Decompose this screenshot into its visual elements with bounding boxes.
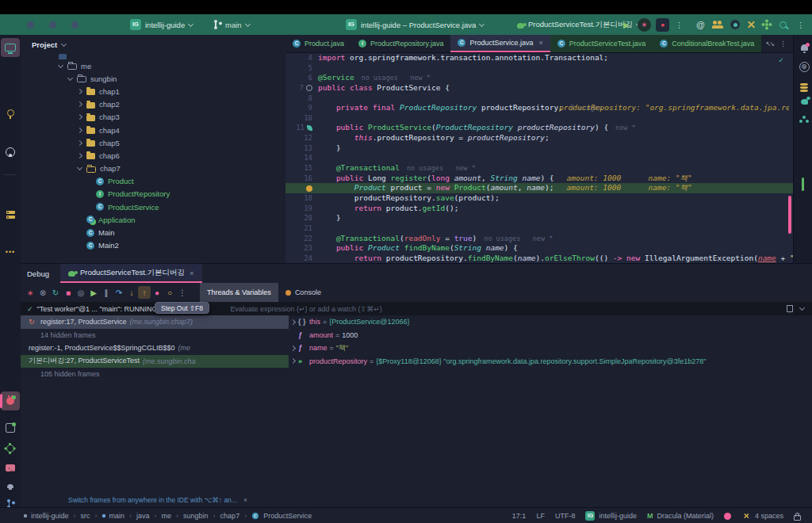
tree-item-clipped[interactable] bbox=[21, 54, 285, 59]
tree-item-sungbin[interactable]: sungbin bbox=[21, 72, 285, 85]
debug-tool-button[interactable] bbox=[1, 391, 20, 410]
code-line-9[interactable]: 9 private final ProductRepository produc… bbox=[285, 103, 793, 113]
breadcrumb-item-main[interactable]: main bbox=[102, 512, 125, 520]
code-line-14[interactable]: 14 bbox=[285, 153, 793, 163]
plugin-button[interactable] bbox=[762, 14, 772, 35]
stop-button[interactable]: ■ bbox=[656, 14, 669, 35]
code-line-7[interactable]: 7public class ProductService { bbox=[285, 83, 793, 94]
variable-row-amount[interactable]: ƒamount=1000 bbox=[289, 329, 812, 342]
structure-tool-button[interactable] bbox=[1, 203, 20, 222]
gutter[interactable]: 22 bbox=[285, 234, 318, 244]
stop-button[interactable]: ■ bbox=[62, 286, 75, 299]
chevron-right-icon[interactable] bbox=[77, 127, 82, 132]
gutter[interactable]: 7 bbox=[285, 83, 318, 94]
gutter[interactable]: 20 bbox=[285, 213, 318, 223]
code-line-15[interactable]: 15 @Transactionalno usages new * bbox=[285, 163, 793, 174]
project-widget[interactable]: IG intellij-guide bbox=[130, 14, 193, 35]
window-zoom-button[interactable] bbox=[71, 21, 79, 29]
code-line-10[interactable]: 10 bbox=[285, 113, 793, 124]
more-button[interactable]: ⋮ bbox=[176, 286, 189, 299]
tree-item-chap5[interactable]: chap5 bbox=[21, 136, 285, 149]
bookmark-icon[interactable] bbox=[787, 305, 793, 312]
tree-item-Application[interactable]: CApplication bbox=[21, 213, 285, 226]
window-close-button[interactable] bbox=[27, 21, 34, 29]
code-line-22[interactable]: 22 @Transactional(readOnly = true)no usa… bbox=[285, 234, 793, 244]
project-status-widget[interactable]: IG intellij-guide bbox=[585, 511, 637, 521]
editor-tab-ProductRepository.java[interactable]: IProductRepository.java bbox=[351, 35, 450, 52]
spring-leaf-icon[interactable] bbox=[307, 125, 312, 131]
run-configuration-widget[interactable]: ProductServiceTest.기본디버깅 bbox=[517, 14, 641, 35]
tree-item-me[interactable]: me bbox=[21, 59, 285, 72]
chevron-right-icon[interactable] bbox=[77, 153, 82, 158]
chevron-down-icon[interactable] bbox=[58, 63, 63, 68]
gutter[interactable]: 4 bbox=[285, 53, 318, 63]
editor-tab-ConditionalBreakTest.java[interactable]: CConditionalBreakTest.java bbox=[653, 35, 761, 52]
rerun-button[interactable]: ↻ bbox=[49, 286, 62, 299]
chevron-right-icon[interactable] bbox=[289, 358, 295, 364]
gutter[interactable]: 12 bbox=[285, 133, 318, 143]
code-line-19[interactable]: 19 return product.getId(); bbox=[285, 204, 793, 214]
gutter[interactable]: 6 bbox=[285, 73, 318, 83]
debugger-settings-button[interactable]: ∗ bbox=[24, 286, 36, 299]
branch-widget[interactable]: main bbox=[213, 14, 250, 35]
chevron-right-icon[interactable] bbox=[77, 140, 82, 146]
code-line-23[interactable]: 23 public Product findByName(String name… bbox=[285, 243, 793, 254]
gutter[interactable]: 24 bbox=[285, 254, 318, 264]
expand-icon[interactable]: ↖↘ bbox=[766, 40, 773, 48]
chevron-down-icon[interactable] bbox=[799, 305, 805, 311]
frame-row[interactable]: 14 hidden frames bbox=[21, 329, 289, 342]
accent-color-icon[interactable] bbox=[724, 513, 731, 520]
titlebar-more-button[interactable]: ⋮ bbox=[797, 14, 805, 35]
pause-button[interactable]: ∥ bbox=[100, 286, 113, 299]
code-line-24[interactable]: 24 return productRepository.findByName(n… bbox=[285, 254, 793, 264]
code-line-11[interactable]: 11 public ProductService(ProductReposito… bbox=[285, 123, 793, 133]
gutter[interactable] bbox=[285, 183, 318, 193]
code-with-me-button[interactable] bbox=[713, 14, 717, 35]
gutter[interactable]: 8 bbox=[285, 94, 318, 104]
gutter[interactable]: 21 bbox=[285, 223, 318, 234]
database-tool-button[interactable] bbox=[795, 74, 812, 94]
tree-item-chap2[interactable]: chap2 bbox=[21, 98, 285, 111]
view-tab-Threads & Variables[interactable]: Threads & Variables bbox=[200, 283, 278, 302]
chevron-down-icon[interactable] bbox=[77, 165, 82, 170]
ai-assistant-button[interactable]: @ bbox=[795, 57, 812, 76]
tree-item-ProductRepository[interactable]: IProductRepository bbox=[21, 188, 285, 200]
lock-icon[interactable] bbox=[794, 515, 801, 521]
code-line-12[interactable]: 12 this.productRepository = productRepos… bbox=[285, 133, 793, 143]
code-line-21[interactable]: 21 bbox=[285, 223, 793, 234]
code-line-16[interactable]: 16 public Long register(long amount, Str… bbox=[285, 174, 793, 184]
evaluate-expression-input[interactable]: Evaluate expression (↵) or add a watch (… bbox=[164, 305, 787, 313]
code-line-13[interactable]: 13 } bbox=[285, 143, 793, 154]
close-icon[interactable]: × bbox=[538, 39, 542, 47]
breadcrumb-item-src[interactable]: src bbox=[81, 512, 90, 520]
evaluate-button[interactable]: ○ bbox=[163, 286, 176, 299]
debug-button[interactable]: ∗ bbox=[638, 14, 651, 35]
execution-point-icon[interactable] bbox=[306, 185, 312, 192]
gutter[interactable]: 11 bbox=[285, 123, 318, 133]
build-button[interactable] bbox=[746, 14, 756, 35]
breadcrumb-item-java[interactable]: java bbox=[136, 512, 150, 520]
tree-item-chap3[interactable]: chap3 bbox=[21, 111, 285, 124]
gradle-tool-button[interactable] bbox=[1, 439, 20, 458]
chevron-right-icon[interactable] bbox=[77, 114, 82, 120]
gutter[interactable]: 10 bbox=[285, 113, 318, 124]
tree-item-Main2[interactable]: CMain2 bbox=[21, 239, 285, 252]
tree-item-chap7[interactable]: chap7 bbox=[21, 162, 285, 175]
frame-row[interactable]: ↻register:17, ProductService(me.sungbin.… bbox=[21, 315, 289, 329]
chevron-right-icon[interactable] bbox=[77, 101, 82, 107]
terminal-tool-button[interactable]: ›_ bbox=[1, 458, 20, 477]
variable-row-productRepository[interactable]: »productRepository={$Proxy118@12068} "or… bbox=[289, 355, 812, 368]
window-minimize-button[interactable] bbox=[49, 21, 56, 29]
frame-row[interactable]: 105 hidden frames bbox=[21, 368, 289, 381]
step-over-button[interactable]: ↷ bbox=[113, 286, 125, 299]
breadcrumb-item-me[interactable]: me bbox=[162, 512, 172, 520]
breadcrumb-item-ProductService[interactable]: CProductService bbox=[251, 512, 312, 520]
code-editor[interactable]: ✓ 4import org.springframework.transactio… bbox=[285, 53, 793, 263]
code-line-20[interactable]: 20 } bbox=[285, 213, 793, 223]
tree-item-chap4[interactable]: chap4 bbox=[21, 124, 285, 136]
chevron-right-icon[interactable] bbox=[77, 89, 82, 94]
code-line-6[interactable]: 6@Serviceno usages new * bbox=[285, 73, 793, 83]
editor-tab-Product.java[interactable]: CProduct.java bbox=[285, 35, 351, 52]
gutter[interactable]: 15 bbox=[285, 163, 318, 174]
hot-swap-button[interactable]: ● bbox=[151, 286, 163, 299]
